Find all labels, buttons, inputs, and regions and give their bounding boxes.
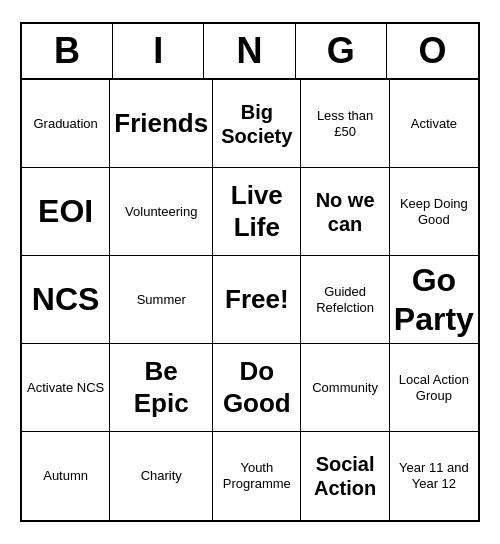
- bingo-cell: Activate NCS: [22, 344, 110, 432]
- header-letter: N: [204, 24, 295, 78]
- cell-text: Autumn: [43, 468, 88, 484]
- bingo-cell: Live Life: [213, 168, 301, 256]
- cell-text: Keep Doing Good: [394, 196, 474, 227]
- bingo-cell: Be Epic: [110, 344, 213, 432]
- cell-text: Guided Refelction: [305, 284, 384, 315]
- bingo-card: BINGO GraduationFriendsBig SocietyLess t…: [20, 22, 480, 522]
- bingo-cell: No we can: [301, 168, 389, 256]
- cell-text: Community: [312, 380, 378, 396]
- cell-text: Live Life: [217, 180, 296, 242]
- bingo-cell: EOI: [22, 168, 110, 256]
- cell-text: EOI: [38, 192, 93, 230]
- bingo-cell: Youth Programme: [213, 432, 301, 520]
- header-letter: O: [387, 24, 478, 78]
- bingo-cell: Less than £50: [301, 80, 389, 168]
- cell-text: Activate: [411, 116, 457, 132]
- bingo-cell: Social Action: [301, 432, 389, 520]
- bingo-cell: Big Society: [213, 80, 301, 168]
- cell-text: NCS: [32, 280, 100, 318]
- bingo-cell: Volunteering: [110, 168, 213, 256]
- cell-text: Volunteering: [125, 204, 197, 220]
- cell-text: Big Society: [217, 100, 296, 148]
- header-letter: G: [296, 24, 387, 78]
- bingo-cell: Keep Doing Good: [390, 168, 478, 256]
- cell-text: Be Epic: [114, 356, 208, 418]
- cell-text: Youth Programme: [217, 460, 296, 491]
- bingo-cell: Year 11 and Year 12: [390, 432, 478, 520]
- bingo-grid: GraduationFriendsBig SocietyLess than £5…: [22, 80, 478, 520]
- bingo-cell: Autumn: [22, 432, 110, 520]
- bingo-cell: Go Party: [390, 256, 478, 344]
- bingo-cell: Community: [301, 344, 389, 432]
- cell-text: Go Party: [394, 261, 474, 338]
- cell-text: Less than £50: [305, 108, 384, 139]
- cell-text: Year 11 and Year 12: [394, 460, 474, 491]
- bingo-cell: Do Good: [213, 344, 301, 432]
- cell-text: Friends: [114, 108, 208, 139]
- cell-text: Local Action Group: [394, 372, 474, 403]
- bingo-cell: Free!: [213, 256, 301, 344]
- header-letter: B: [22, 24, 113, 78]
- cell-text: Activate NCS: [27, 380, 104, 396]
- cell-text: Graduation: [33, 116, 97, 132]
- cell-text: Charity: [141, 468, 182, 484]
- header-letter: I: [113, 24, 204, 78]
- bingo-cell: Local Action Group: [390, 344, 478, 432]
- cell-text: Do Good: [217, 356, 296, 418]
- bingo-cell: Charity: [110, 432, 213, 520]
- bingo-cell: Graduation: [22, 80, 110, 168]
- cell-text: Social Action: [305, 452, 384, 500]
- cell-text: No we can: [305, 188, 384, 236]
- bingo-cell: Summer: [110, 256, 213, 344]
- bingo-cell: Activate: [390, 80, 478, 168]
- bingo-cell: NCS: [22, 256, 110, 344]
- cell-text: Free!: [225, 284, 289, 315]
- cell-text: Summer: [137, 292, 186, 308]
- bingo-cell: Guided Refelction: [301, 256, 389, 344]
- bingo-cell: Friends: [110, 80, 213, 168]
- bingo-header: BINGO: [22, 24, 478, 80]
